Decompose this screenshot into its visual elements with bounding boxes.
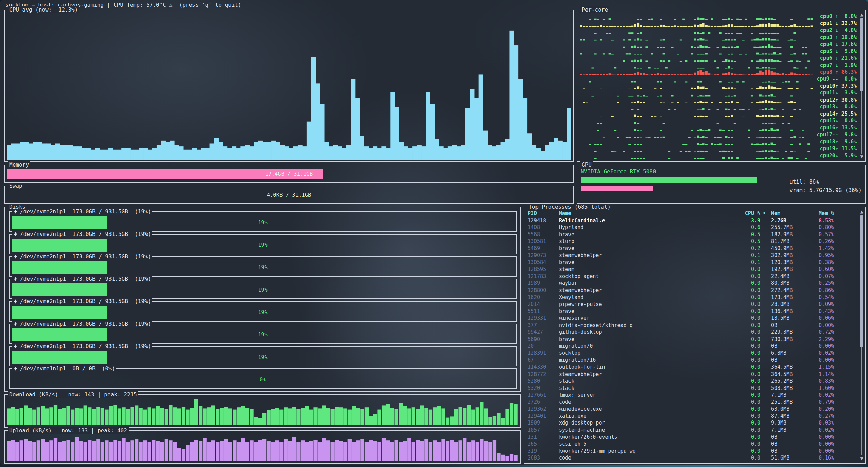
cpu-avg-bar: [457, 146, 461, 160]
gpu-panel: GPU NVIDIA GeForce RTX 5080 util: 86%vra…: [577, 165, 866, 204]
process-row[interactable]: 2683code0.051.6MB0.16%: [528, 454, 857, 462]
net-bar: [79, 408, 83, 425]
process-mem: 450.9MB: [768, 245, 816, 252]
scroll-up-icon[interactable]: ▲: [859, 12, 864, 17]
process-row[interactable]: 1408Hyprland0.6255.7MB0.80%: [528, 224, 857, 231]
net-bar: [267, 441, 271, 461]
net-bar: [88, 440, 91, 461]
spacer: [760, 343, 768, 350]
process-row[interactable]: 5320slack0.0508.8MB1.60%: [528, 385, 857, 392]
cpu-avg-bar: [271, 141, 276, 160]
net-bar: [118, 408, 121, 425]
column-header-mem-[interactable]: Mem %: [816, 210, 857, 217]
cpu-avg-bar: [518, 79, 523, 160]
process-row[interactable]: 129401xalia.exe0.087.4MB0.27%: [528, 413, 857, 420]
spacer: [760, 399, 768, 406]
process-scrollbar[interactable]: ▲ ▼: [859, 209, 864, 461]
process-row[interactable]: 319kworker/29:1-mm_percpu_wq0.00B0.00%: [528, 448, 857, 455]
process-row[interactable]: 2014pipewire-pulse0.028.0MB0.09%: [528, 301, 857, 308]
net-bar: [352, 442, 356, 461]
process-row[interactable]: 121783socktop_agent0.022.4MB0.07%: [528, 273, 857, 280]
sparkline-bar: [776, 115, 779, 117]
column-header-pid[interactable]: PID: [528, 210, 559, 217]
process-row[interactable]: 5280slack0.0265.2MB0.83%: [528, 378, 857, 385]
process-row[interactable]: 20migration/00.00B0.00%: [528, 343, 857, 350]
process-row[interactable]: 265scsi_eh_50.00B0.00%: [528, 440, 857, 448]
net-bar: [254, 417, 258, 425]
process-row[interactable]: 2726code0.0251.8MB0.79%: [528, 399, 857, 406]
scrollbar-thumb[interactable]: [860, 215, 863, 347]
cpu-avg-bars: [7, 13, 571, 160]
cpu-avg-bar: [289, 148, 294, 160]
core-label: cpu13↓ 0.0%: [817, 103, 857, 110]
process-row[interactable]: 1057systemd-machine0.07.1MB0.02%: [528, 427, 857, 434]
process-mem: 6.8MB: [768, 350, 816, 357]
net-bar: [15, 442, 19, 461]
net-bar: [182, 449, 185, 461]
process-row[interactable]: 1620Xwayland0.0173.4MB0.54%: [528, 294, 857, 301]
scroll-down-icon[interactable]: ▼: [859, 456, 864, 461]
column-header-cpu-[interactable]: CPU %: [728, 210, 760, 217]
column-header-name[interactable]: Name: [559, 210, 728, 217]
process-cpu: 0.1: [728, 252, 760, 259]
sparkline-bar: [771, 59, 773, 62]
process-row[interactable]: 5690brave0.0730.3MB2.29%: [528, 336, 857, 343]
process-row[interactable]: 128595steam0.0192.4MB0.60%: [528, 266, 857, 273]
scroll-up-icon[interactable]: ▲: [859, 209, 864, 214]
net-bar: [165, 409, 168, 425]
swap-gauge-label: 4.0KB / 31.1GB: [7, 190, 571, 201]
process-row[interactable]: 127661tmux: server0.07.1MB0.02%: [528, 392, 857, 399]
process-cpu: 0.0: [728, 364, 760, 371]
core-row: cpu15↓ 0.0%: [580, 117, 857, 124]
net-bar: [160, 408, 164, 425]
process-mem: 136.4MB: [768, 308, 816, 315]
cpu-sparkline-bars: [580, 145, 813, 152]
sparkline-bar: [788, 157, 790, 159]
process-row[interactable]: 130584brave0.1120.3MB0.38%: [528, 259, 857, 266]
process-row[interactable]: 1909xdg-desktop-por0.09.3MB0.03%: [528, 419, 857, 427]
sparkline-bar: [637, 101, 639, 104]
process-row[interactable]: 5511brave0.0136.4MB0.43%: [528, 308, 857, 315]
process-row[interactable]: 128772steamwebhelper0.0364.5MB1.14%: [528, 371, 857, 378]
column-header--[interactable]: •: [760, 210, 768, 217]
process-row[interactable]: 1989waybar0.080.3MB0.25%: [528, 280, 857, 287]
process-row[interactable]: 128800steamwebhelper0.0272.4MB0.86%: [528, 287, 857, 294]
process-row[interactable]: 67migration/160.00B0.00%: [528, 357, 857, 364]
sparkline-bar: [699, 87, 702, 90]
column-header-mem[interactable]: Mem: [768, 210, 816, 217]
process-row[interactable]: 128391socktop0.06.8MB0.02%: [528, 350, 857, 357]
process-row[interactable]: 129073steamwebhelper0.1302.9MB0.95%: [528, 252, 857, 259]
process-name: socktop: [559, 350, 728, 357]
cpu-avg-bar: [60, 145, 65, 160]
net-bar: [15, 409, 19, 425]
process-row[interactable]: 5568brave0.5182.9MB0.57%: [528, 231, 857, 238]
process-row[interactable]: 129362winedevice.exe0.063.0MB0.20%: [528, 405, 857, 413]
process-row[interactable]: 131kworker/26:0-events0.00B0.00%: [528, 434, 857, 441]
scroll-down-icon[interactable]: ▼: [859, 154, 864, 159]
core-label: cpu3 ↑ 19.6%: [817, 34, 857, 41]
process-row[interactable]: 377nvidia-modeset/kthread_q0.00B0.00%: [528, 322, 857, 329]
process-row[interactable]: 5469brave0.2450.9MB1.42%: [528, 245, 857, 252]
process-row[interactable]: 99427github-desktop0.0229.3MB0.72%: [528, 329, 857, 336]
net-bar: [382, 405, 386, 425]
cpu-avg-bar: [214, 138, 219, 160]
process-mem-percent: 0.26%: [816, 238, 857, 245]
net-bar: [118, 441, 121, 461]
sparkline-bar: [768, 101, 770, 104]
per-core-scrollbar[interactable]: ▲ ▼: [859, 12, 864, 159]
net-bar: [139, 408, 143, 425]
net-bar: [148, 442, 151, 461]
process-row[interactable]: 130581slurp0.581.7MB0.26%: [528, 238, 857, 245]
gpu-title: GPU: [580, 161, 593, 168]
process-row[interactable]: 129418RelicCardinal.e3.92.7GB8.53%: [528, 217, 857, 224]
process-row[interactable]: 114330outlook-for-lin0.0364.5MB1.15%: [528, 364, 857, 371]
sparkline-bar: [634, 73, 636, 75]
sparkline-bar: [725, 73, 728, 75]
net-bar: [416, 440, 420, 461]
upload-chart: [7, 434, 518, 461]
process-row[interactable]: 129331wineserver0.018.5MB0.06%: [528, 315, 857, 322]
gpu-vram-gauge: [581, 186, 781, 191]
net-bar: [203, 408, 207, 425]
scrollbar-thumb[interactable]: [860, 18, 863, 91]
net-bar: [284, 439, 288, 461]
